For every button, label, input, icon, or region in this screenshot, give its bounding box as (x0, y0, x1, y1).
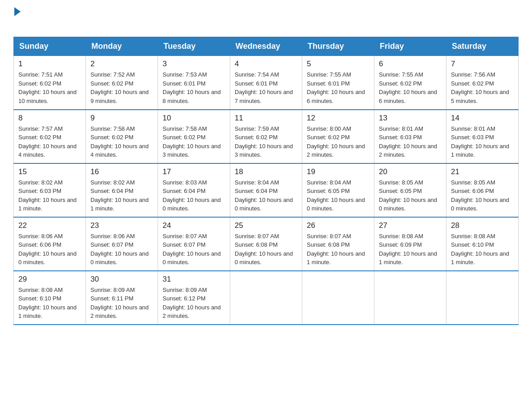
calendar-cell: 8 Sunrise: 7:57 AM Sunset: 6:02 PM Dayli… (14, 110, 86, 163)
day-number: 15 (18, 167, 81, 176)
day-number: 27 (379, 221, 442, 230)
day-info: Sunrise: 7:58 AM Sunset: 6:02 PM Dayligh… (163, 124, 225, 159)
day-info: Sunrise: 7:55 AM Sunset: 6:01 PM Dayligh… (307, 70, 369, 105)
day-number: 17 (163, 167, 225, 176)
day-number: 7 (451, 60, 514, 68)
day-number: 8 (18, 114, 81, 123)
day-number: 25 (235, 221, 297, 230)
day-number: 31 (163, 275, 225, 284)
day-info: Sunrise: 8:04 AM Sunset: 6:04 PM Dayligh… (235, 178, 297, 213)
day-info: Sunrise: 8:07 AM Sunset: 6:08 PM Dayligh… (307, 232, 369, 267)
day-info: Sunrise: 8:04 AM Sunset: 6:05 PM Dayligh… (307, 178, 369, 213)
calendar-cell: 23 Sunrise: 8:06 AM Sunset: 6:07 PM Dayl… (86, 217, 158, 271)
day-number: 14 (451, 114, 514, 123)
col-header-thursday: Thursday (302, 37, 374, 56)
day-number: 3 (163, 60, 225, 68)
day-number: 28 (451, 221, 514, 230)
calendar-cell: 4 Sunrise: 7:54 AM Sunset: 6:01 PM Dayli… (230, 56, 302, 110)
calendar-cell: 28 Sunrise: 8:08 AM Sunset: 6:10 PM Dayl… (446, 217, 519, 271)
day-info: Sunrise: 8:09 AM Sunset: 6:11 PM Dayligh… (90, 286, 153, 321)
logo-arrow-icon (14, 7, 21, 16)
day-info: Sunrise: 7:54 AM Sunset: 6:01 PM Dayligh… (235, 70, 297, 105)
day-number: 12 (307, 114, 369, 123)
day-info: Sunrise: 8:01 AM Sunset: 6:03 PM Dayligh… (379, 124, 442, 159)
calendar-cell (446, 271, 519, 325)
day-info: Sunrise: 7:52 AM Sunset: 6:02 PM Dayligh… (90, 70, 153, 105)
day-number: 1 (18, 60, 81, 68)
day-info: Sunrise: 7:58 AM Sunset: 6:02 PM Dayligh… (90, 124, 153, 159)
calendar-cell: 9 Sunrise: 7:58 AM Sunset: 6:02 PM Dayli… (86, 110, 158, 163)
calendar-cell: 15 Sunrise: 8:02 AM Sunset: 6:03 PM Dayl… (14, 163, 86, 217)
calendar-cell (230, 271, 302, 325)
calendar-table: SundayMondayTuesdayWednesdayThursdayFrid… (13, 37, 519, 325)
day-info: Sunrise: 8:08 AM Sunset: 6:10 PM Dayligh… (18, 286, 81, 321)
calendar-cell: 14 Sunrise: 8:01 AM Sunset: 6:03 PM Dayl… (446, 110, 519, 163)
calendar-cell: 5 Sunrise: 7:55 AM Sunset: 6:01 PM Dayli… (302, 56, 374, 110)
day-info: Sunrise: 8:02 AM Sunset: 6:03 PM Dayligh… (18, 178, 81, 213)
day-number: 21 (451, 167, 514, 176)
calendar-cell: 12 Sunrise: 8:00 AM Sunset: 6:02 PM Dayl… (302, 110, 374, 163)
day-number: 26 (307, 221, 369, 230)
col-header-sunday: Sunday (14, 37, 86, 56)
day-number: 5 (307, 60, 369, 68)
day-info: Sunrise: 7:55 AM Sunset: 6:02 PM Dayligh… (379, 70, 442, 105)
week-row-5: 29 Sunrise: 8:08 AM Sunset: 6:10 PM Dayl… (14, 271, 519, 325)
week-row-3: 15 Sunrise: 8:02 AM Sunset: 6:03 PM Dayl… (14, 163, 519, 217)
day-number: 4 (235, 60, 297, 68)
logo (13, 9, 21, 28)
col-header-saturday: Saturday (446, 37, 519, 56)
day-info: Sunrise: 8:06 AM Sunset: 6:06 PM Dayligh… (18, 232, 81, 267)
day-number: 24 (163, 221, 225, 230)
day-number: 11 (235, 114, 297, 123)
day-info: Sunrise: 8:09 AM Sunset: 6:12 PM Dayligh… (163, 286, 225, 321)
calendar-cell: 18 Sunrise: 8:04 AM Sunset: 6:04 PM Dayl… (230, 163, 302, 217)
day-info: Sunrise: 8:00 AM Sunset: 6:02 PM Dayligh… (307, 124, 369, 159)
day-number: 30 (90, 275, 153, 284)
day-info: Sunrise: 8:07 AM Sunset: 6:07 PM Dayligh… (163, 232, 225, 267)
day-number: 10 (163, 114, 225, 123)
day-info: Sunrise: 7:56 AM Sunset: 6:02 PM Dayligh… (451, 70, 514, 105)
day-number: 20 (379, 167, 442, 176)
day-number: 19 (307, 167, 369, 176)
day-number: 16 (90, 167, 153, 176)
page-header (13, 9, 519, 28)
day-number: 18 (235, 167, 297, 176)
col-header-friday: Friday (374, 37, 446, 56)
day-info: Sunrise: 8:03 AM Sunset: 6:04 PM Dayligh… (163, 178, 225, 213)
calendar-cell: 19 Sunrise: 8:04 AM Sunset: 6:05 PM Dayl… (302, 163, 374, 217)
day-number: 13 (379, 114, 442, 123)
calendar-cell: 13 Sunrise: 8:01 AM Sunset: 6:03 PM Dayl… (374, 110, 446, 163)
calendar-cell: 27 Sunrise: 8:08 AM Sunset: 6:09 PM Dayl… (374, 217, 446, 271)
week-row-2: 8 Sunrise: 7:57 AM Sunset: 6:02 PM Dayli… (14, 110, 519, 163)
day-info: Sunrise: 7:51 AM Sunset: 6:02 PM Dayligh… (18, 70, 81, 105)
col-header-tuesday: Tuesday (158, 37, 230, 56)
calendar-cell: 11 Sunrise: 7:59 AM Sunset: 6:02 PM Dayl… (230, 110, 302, 163)
day-number: 29 (18, 275, 81, 284)
day-info: Sunrise: 8:06 AM Sunset: 6:07 PM Dayligh… (90, 232, 153, 267)
calendar-cell: 7 Sunrise: 7:56 AM Sunset: 6:02 PM Dayli… (446, 56, 519, 110)
day-info: Sunrise: 7:57 AM Sunset: 6:02 PM Dayligh… (18, 124, 81, 159)
col-header-wednesday: Wednesday (230, 37, 302, 56)
calendar-cell: 22 Sunrise: 8:06 AM Sunset: 6:06 PM Dayl… (14, 217, 86, 271)
calendar-cell: 17 Sunrise: 8:03 AM Sunset: 6:04 PM Dayl… (158, 163, 230, 217)
calendar-cell: 29 Sunrise: 8:08 AM Sunset: 6:10 PM Dayl… (14, 271, 86, 325)
day-number: 22 (18, 221, 81, 230)
calendar-cell: 21 Sunrise: 8:05 AM Sunset: 6:06 PM Dayl… (446, 163, 519, 217)
calendar-cell (374, 271, 446, 325)
calendar-cell: 6 Sunrise: 7:55 AM Sunset: 6:02 PM Dayli… (374, 56, 446, 110)
week-row-4: 22 Sunrise: 8:06 AM Sunset: 6:06 PM Dayl… (14, 217, 519, 271)
day-number: 6 (379, 60, 442, 68)
col-header-monday: Monday (86, 37, 158, 56)
day-info: Sunrise: 8:05 AM Sunset: 6:05 PM Dayligh… (379, 178, 442, 213)
day-number: 23 (90, 221, 153, 230)
day-info: Sunrise: 7:53 AM Sunset: 6:01 PM Dayligh… (163, 70, 225, 105)
day-info: Sunrise: 8:08 AM Sunset: 6:09 PM Dayligh… (379, 232, 442, 267)
day-info: Sunrise: 8:05 AM Sunset: 6:06 PM Dayligh… (451, 178, 514, 213)
calendar-cell: 25 Sunrise: 8:07 AM Sunset: 6:08 PM Dayl… (230, 217, 302, 271)
calendar-cell: 16 Sunrise: 8:02 AM Sunset: 6:04 PM Dayl… (86, 163, 158, 217)
calendar-cell: 20 Sunrise: 8:05 AM Sunset: 6:05 PM Dayl… (374, 163, 446, 217)
day-info: Sunrise: 7:59 AM Sunset: 6:02 PM Dayligh… (235, 124, 297, 159)
calendar-cell: 1 Sunrise: 7:51 AM Sunset: 6:02 PM Dayli… (14, 56, 86, 110)
calendar-cell: 2 Sunrise: 7:52 AM Sunset: 6:02 PM Dayli… (86, 56, 158, 110)
calendar-cell: 26 Sunrise: 8:07 AM Sunset: 6:08 PM Dayl… (302, 217, 374, 271)
